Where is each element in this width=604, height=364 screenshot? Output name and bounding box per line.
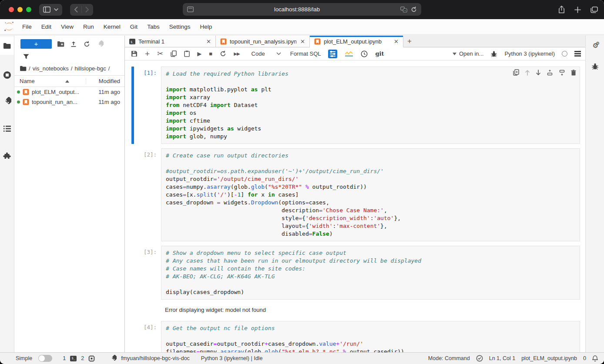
new-folder-button[interactable] (56, 41, 65, 47)
cell-code-editor[interactable]: # Load the required Python libraries imp… (161, 67, 580, 144)
notifications-count[interactable]: 0 (583, 355, 586, 361)
kernel-name-button[interactable]: Python 3 (ipykernel) (504, 50, 555, 57)
menu-item-help[interactable]: Help (195, 23, 217, 30)
minimize-window-button[interactable] (17, 7, 23, 12)
paste-cells-button[interactable] (184, 50, 190, 57)
sidebar-item-running-sessions[interactable] (0, 66, 14, 84)
dock-tab-topounit-run-analysis-ipynb[interactable]: topounit_run_analysis.ipynb✕ (216, 36, 310, 47)
upload-button[interactable] (69, 41, 78, 47)
duplicate-cell-button[interactable] (513, 69, 519, 76)
page-format-icon[interactable] (187, 7, 194, 12)
save-button[interactable] (131, 50, 138, 57)
address-bar[interactable]: localhost:8888/lab x (183, 3, 421, 16)
chevron-down-icon[interactable] (276, 52, 281, 55)
sidebar-toggle-group[interactable] (39, 4, 62, 16)
translate-icon[interactable]: x (400, 7, 407, 13)
new-tab-button[interactable]: + (403, 36, 416, 47)
insert-cell-below-button[interactable] (559, 70, 565, 76)
close-tab-icon[interactable]: ✕ (299, 38, 306, 45)
refresh-button[interactable] (82, 41, 91, 47)
chevron-down-icon[interactable] (54, 8, 58, 11)
copy-cells-button[interactable] (171, 50, 177, 57)
notebook-mode-indicator[interactable]: Mode: Command (428, 355, 470, 361)
menu-item-view[interactable]: View (56, 23, 78, 30)
sql-config-icon[interactable] (328, 50, 337, 58)
close-tab-icon[interactable]: ✕ (393, 38, 399, 45)
cut-cells-button[interactable]: ✂ (157, 49, 163, 58)
back-icon[interactable] (74, 7, 78, 13)
home-folder-icon[interactable] (20, 66, 27, 71)
debugger-bug-icon[interactable] (490, 50, 497, 57)
insert-cell-button[interactable]: + (145, 49, 150, 59)
simple-mode-toggle[interactable] (38, 355, 52, 362)
bell-icon[interactable] (592, 355, 598, 362)
kernel-status-text[interactable]: Python 3 (ipykernel) | Idle (201, 355, 263, 361)
menu-item-file[interactable]: File (17, 23, 37, 30)
cell-code-editor[interactable]: # Get the output nc file options output_… (161, 321, 580, 352)
delete-cell-button[interactable] (571, 70, 576, 76)
menu-item-settings[interactable]: Settings (164, 23, 195, 30)
restart-run-all-button[interactable]: ▶▶ (234, 51, 239, 56)
menu-item-tabs[interactable]: Tabs (142, 23, 164, 30)
browser-sidebar-icon[interactable] (43, 7, 50, 13)
new-tab-icon[interactable] (574, 7, 581, 13)
filter-files-button[interactable] (14, 50, 124, 61)
breadcrumb: / vis_notebooks / hillslope-bgc / (14, 61, 124, 75)
menu-item-git[interactable]: Git (125, 23, 142, 30)
file-list-item[interactable]: plot_ELM_output...11m ago (14, 87, 124, 97)
sidebar-item-git[interactable] (0, 92, 14, 110)
terminals-count[interactable]: 1 (63, 355, 66, 361)
format-sql-button[interactable]: Format SQL (290, 50, 321, 57)
terminal-status-icon[interactable]: $_ (70, 356, 77, 361)
kernel-sessions-icon[interactable] (88, 355, 95, 362)
sidebar-item-extensions[interactable] (0, 147, 14, 165)
insert-cell-above-button[interactable] (547, 70, 553, 76)
kernel-status-icon[interactable] (562, 51, 567, 57)
run-cell-button[interactable]: ▶ (197, 50, 201, 57)
dock-tab-plot-elm-output-ipynb[interactable]: plot_ELM_output.ipynb✕ (310, 36, 403, 47)
forward-icon[interactable] (85, 7, 89, 13)
saved-check-icon[interactable] (476, 355, 483, 362)
git-repo-name[interactable]: fmyuan/hillslope-bgc-vis-doc (121, 355, 190, 361)
debugger-sidebar-icon[interactable] (591, 63, 599, 70)
share-icon[interactable] (558, 6, 565, 13)
property-inspector-icon[interactable]: ⚙⚙ (593, 41, 597, 50)
execute-time-chart-icon[interactable] (345, 50, 353, 57)
cell-code-editor[interactable]: # Create case run output directories #ou… (161, 148, 580, 241)
url-text[interactable]: localhost:8888/lab (194, 6, 400, 13)
nav-buttons[interactable] (70, 4, 93, 16)
breadcrumb-item[interactable]: vis_notebooks (33, 65, 69, 72)
file-list-item[interactable]: topounit_run_an...11m ago (14, 97, 124, 107)
restart-kernel-button[interactable] (220, 50, 226, 57)
sidebar-item-file-browser[interactable] (0, 37, 14, 55)
move-cell-up-button[interactable] (525, 70, 530, 76)
dock-tab-terminal-1[interactable]: $_Terminal 1✕ (125, 36, 216, 47)
tab-overview-icon[interactable] (591, 7, 598, 13)
git-branch-icon[interactable] (110, 355, 117, 362)
toolbar-menu-icon[interactable] (574, 51, 581, 57)
active-file-name[interactable]: plot_ELM_output.ipynb (521, 355, 577, 361)
sort-by-name-header[interactable]: Name (20, 78, 86, 84)
move-cell-down-button[interactable] (536, 70, 541, 76)
sidebar-item-table-of-contents[interactable] (0, 120, 14, 138)
kernels-count[interactable]: 2 (81, 355, 84, 361)
menu-item-edit[interactable]: Edit (37, 23, 56, 30)
close-tab-icon[interactable]: ✕ (205, 38, 212, 45)
interrupt-kernel-button[interactable]: ■ (209, 50, 212, 57)
breadcrumb-root[interactable]: / (29, 65, 30, 72)
git-toolbar-label[interactable]: git (375, 50, 384, 57)
menu-item-run[interactable]: Run (78, 23, 99, 30)
traffic-lights[interactable] (9, 7, 31, 12)
sort-by-modified-header[interactable]: Modified (86, 78, 120, 84)
close-window-button[interactable] (9, 7, 14, 12)
menu-item-kernel[interactable]: Kernel (99, 23, 125, 30)
new-launcher-button[interactable]: + (20, 39, 52, 49)
reload-icon[interactable] (411, 7, 417, 13)
zoom-window-button[interactable] (26, 7, 31, 12)
open-in-dropdown[interactable]: Open in... (453, 50, 483, 57)
cursor-position[interactable]: Ln 1, Col 1 (489, 355, 515, 361)
cell-code-editor[interactable]: # Show a dropdown menu to select specifi… (161, 246, 580, 300)
cell-type-select[interactable]: Code (252, 50, 265, 57)
clock-icon[interactable] (361, 50, 368, 57)
breadcrumb-item[interactable]: hillslope-bgc (74, 65, 106, 72)
